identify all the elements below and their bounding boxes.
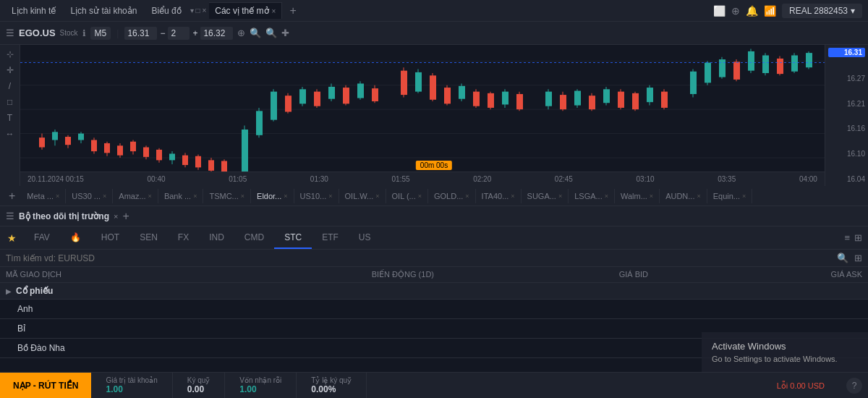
close-tab-lsga[interactable]: × [605, 192, 608, 200]
info-icon[interactable]: ℹ [82, 28, 86, 38]
tab-ind[interactable]: IND [199, 226, 234, 249]
tab-open-positions[interactable]: Các vị thế mở × [209, 2, 282, 19]
close-tab-oil[interactable]: × [418, 192, 422, 200]
tab-stc[interactable]: STC [274, 226, 312, 249]
svg-rect-72 [516, 94, 523, 109]
symbol-tab-lsga[interactable]: LSGA... × [569, 189, 615, 203]
tab-hot[interactable]: HOT [91, 226, 129, 249]
close-tab-suga[interactable]: × [558, 192, 562, 200]
add-tab-button[interactable]: + [285, 4, 300, 17]
symbol-tab-suga[interactable]: SUGA... × [522, 189, 569, 203]
group-row-stocks[interactable]: ▶ Cổ phiếu [0, 283, 868, 300]
list-item-anh[interactable]: Anh [0, 300, 868, 319]
tab-etf[interactable]: ETF [312, 226, 349, 249]
tab-fav[interactable]: FAV [24, 226, 60, 249]
svg-rect-42 [285, 96, 292, 111]
watchlist-close-button[interactable]: × [114, 212, 118, 221]
search-row: 🔍 ⊞ [0, 250, 868, 267]
svg-rect-30 [195, 156, 201, 168]
cursor-tool[interactable]: ⊹ [7, 49, 14, 59]
svg-rect-64 [459, 86, 465, 99]
tab-us[interactable]: US [349, 226, 381, 249]
tab-sen[interactable]: SEN [129, 226, 168, 249]
close-tab-oilw[interactable]: × [375, 192, 379, 200]
nav-chart-tab[interactable]: Biểu đồ [145, 3, 187, 19]
activate-windows-subtitle: Go to Settings to activate Windows. [712, 355, 858, 363]
zoom-out-icon[interactable]: 🔍 [250, 27, 261, 38]
symbol-tab-meta[interactable]: Meta ... × [21, 189, 66, 203]
screen-icon[interactable]: ⊕ [731, 5, 740, 17]
close-tab-equin[interactable]: × [742, 192, 746, 200]
close-tab-us10[interactable]: × [328, 192, 332, 200]
watchlist-hamburger[interactable]: ☰ [6, 211, 14, 221]
measure-tool[interactable]: ↔ [6, 129, 14, 139]
help-button[interactable]: ? [846, 378, 862, 394]
symbol-name[interactable]: EGO.US [19, 27, 56, 38]
add-indicator-icon[interactable]: ✚ [281, 27, 289, 38]
symbol-tab-amaz[interactable]: Amaz... × [113, 189, 158, 203]
svg-rect-50 [343, 88, 349, 103]
close-tab-gold[interactable]: × [465, 192, 469, 200]
deposit-withdraw-button[interactable]: NẠP - RÚT TIỀN [0, 373, 91, 398]
timeframe-selector[interactable]: M5 [90, 27, 111, 40]
svg-rect-108 [806, 53, 812, 67]
symbol-tab-equin[interactable]: Equin... × [707, 189, 753, 203]
search-input[interactable] [6, 253, 831, 263]
activate-windows-title: Activate Windows [712, 341, 858, 352]
list-view-icon[interactable]: ≡ [844, 232, 850, 243]
symbol-tab-oil[interactable]: OIL (... × [386, 189, 428, 203]
close-open-positions[interactable]: × [272, 7, 276, 15]
svg-rect-52 [357, 83, 364, 98]
line-tool[interactable]: / [9, 81, 11, 91]
symbol-tab-tsmc[interactable]: TSMC... × [203, 189, 251, 203]
svg-rect-80 [589, 96, 595, 109]
symbol-tab-ita40[interactable]: ITA40... × [476, 189, 522, 203]
symbol-tab-eldor[interactable]: Eldor... × [251, 189, 294, 203]
svg-rect-78 [574, 91, 581, 106]
shape-tool[interactable]: □ [7, 97, 12, 107]
account-badge[interactable]: REAL 2882453 ▾ [782, 4, 862, 18]
svg-rect-76 [560, 95, 566, 109]
close-tab-tsmc[interactable]: × [241, 192, 244, 200]
close-tab-bank[interactable]: × [193, 192, 197, 200]
tab-cmd[interactable]: CMD [234, 226, 274, 249]
symbol-tab-audn[interactable]: AUDN... × [660, 189, 707, 203]
price-input-right[interactable] [200, 27, 233, 40]
close-tab-audn[interactable]: × [697, 192, 700, 200]
close-tab-walm[interactable]: × [650, 192, 653, 200]
tab-fx[interactable]: FX [168, 226, 199, 249]
status-margin-ratio: Tỷ lệ ký quỹ 0.00% [297, 373, 367, 398]
zoom-in-icon[interactable]: 🔍 [265, 27, 277, 38]
symbol-tab-oilw[interactable]: OIL.W... × [339, 189, 386, 203]
crosshair-icon[interactable]: ⊕ [237, 27, 245, 38]
close-tab-us30[interactable]: × [103, 192, 106, 200]
close-tab-ita40[interactable]: × [511, 192, 514, 200]
text-tool[interactable]: T [7, 113, 12, 123]
columns-icon[interactable]: ⊞ [854, 253, 862, 263]
bell-icon[interactable]: 🔔 [746, 5, 758, 17]
nav-economic-calendar[interactable]: Lịch kinh tế [6, 3, 61, 19]
symbol-type: Stock [60, 29, 78, 37]
close-tab-eldor[interactable]: × [284, 192, 287, 200]
window-icon[interactable]: ⬜ [713, 5, 726, 17]
close-tab-meta[interactable]: × [56, 192, 59, 200]
symbol-tab-gold[interactable]: GOLD... × [428, 189, 476, 203]
symbol-tab-us10[interactable]: US10... × [294, 189, 339, 203]
search-icon[interactable]: 🔍 [837, 253, 848, 263]
price-input-left[interactable] [124, 27, 157, 40]
symbol-tab-us30[interactable]: US30 ... × [66, 189, 113, 203]
grid-view-icon[interactable]: ⊞ [854, 232, 862, 243]
nav-account-history[interactable]: Lịch sử tài khoản [64, 3, 142, 19]
tab-hot-icon[interactable]: 🔥 [60, 226, 91, 249]
hamburger-icon[interactable]: ☰ [6, 27, 14, 38]
watchlist-add-button[interactable]: + [122, 210, 129, 223]
add-symbol-button[interactable]: + [3, 190, 21, 203]
svg-rect-84 [618, 92, 624, 108]
step-input[interactable] [168, 27, 190, 40]
svg-rect-104 [777, 59, 783, 74]
crosshair-tool[interactable]: ✛ [7, 65, 14, 75]
close-tab-amaz[interactable]: × [148, 192, 152, 200]
symbol-tab-bank[interactable]: Bank ... × [158, 189, 204, 203]
symbol-tab-walm[interactable]: Walm... × [615, 189, 660, 203]
favorites-star-icon[interactable]: ★ [0, 232, 24, 244]
